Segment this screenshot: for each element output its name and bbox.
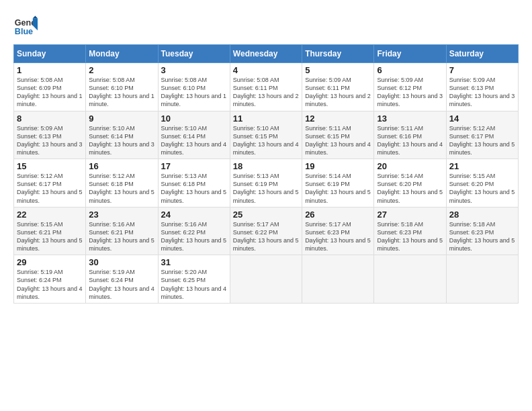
- calendar-day-cell: 1 Sunrise: 5:08 AMSunset: 6:09 PMDayligh…: [14, 63, 86, 111]
- empty-day-cell: [302, 255, 374, 304]
- day-number: 3: [161, 65, 227, 75]
- svg-marker-2: [33, 18, 38, 30]
- day-info: Sunrise: 5:09 AMSunset: 6:13 PMDaylight:…: [17, 124, 83, 157]
- day-number: 4: [233, 65, 299, 75]
- day-info: Sunrise: 5:08 AMSunset: 6:10 PMDaylight:…: [89, 76, 154, 109]
- day-number: 12: [305, 113, 371, 124]
- day-info: Sunrise: 5:16 AMSunset: 6:22 PMDaylight:…: [161, 220, 227, 253]
- day-number: 2: [89, 65, 154, 75]
- empty-day-cell: [230, 255, 302, 304]
- calendar-day-cell: 23 Sunrise: 5:16 AMSunset: 6:21 PMDaylig…: [86, 207, 158, 255]
- weekday-header-row: SundayMondayTuesdayWednesdayThursdayFrid…: [14, 45, 519, 63]
- calendar-week-row: 8 Sunrise: 5:09 AMSunset: 6:13 PMDayligh…: [14, 111, 519, 159]
- day-info: Sunrise: 5:17 AMSunset: 6:23 PMDaylight:…: [305, 220, 371, 253]
- weekday-header-monday: Monday: [86, 45, 158, 63]
- day-info: Sunrise: 5:15 AMSunset: 6:20 PMDaylight:…: [449, 172, 515, 205]
- calendar-day-cell: 7 Sunrise: 5:09 AMSunset: 6:13 PMDayligh…: [446, 63, 518, 111]
- weekday-header-tuesday: Tuesday: [158, 45, 230, 63]
- calendar-day-cell: 6 Sunrise: 5:09 AMSunset: 6:12 PMDayligh…: [374, 63, 446, 111]
- weekday-header-sunday: Sunday: [14, 45, 86, 63]
- page-header: General Blue: [13, 13, 519, 38]
- day-info: Sunrise: 5:17 AMSunset: 6:22 PMDaylight:…: [233, 220, 299, 253]
- day-info: Sunrise: 5:14 AMSunset: 6:20 PMDaylight:…: [377, 172, 443, 205]
- day-number: 13: [377, 113, 443, 124]
- weekday-header-wednesday: Wednesday: [230, 45, 302, 63]
- day-info: Sunrise: 5:09 AMSunset: 6:11 PMDaylight:…: [305, 76, 371, 109]
- weekday-header-friday: Friday: [374, 45, 446, 63]
- calendar-week-row: 29 Sunrise: 5:19 AMSunset: 6:24 PMDaylig…: [14, 255, 519, 304]
- svg-text:Blue: Blue: [15, 27, 33, 36]
- calendar-day-cell: 11 Sunrise: 5:10 AMSunset: 6:15 PMDaylig…: [230, 111, 302, 159]
- day-info: Sunrise: 5:12 AMSunset: 6:18 PMDaylight:…: [89, 172, 154, 205]
- day-info: Sunrise: 5:10 AMSunset: 6:15 PMDaylight:…: [233, 124, 299, 157]
- day-number: 22: [17, 210, 83, 220]
- day-number: 17: [161, 161, 227, 171]
- day-info: Sunrise: 5:11 AMSunset: 6:15 PMDaylight:…: [305, 124, 371, 157]
- calendar-day-cell: 28 Sunrise: 5:18 AMSunset: 6:23 PMDaylig…: [446, 207, 518, 255]
- calendar-day-cell: 9 Sunrise: 5:10 AMSunset: 6:14 PMDayligh…: [86, 111, 158, 159]
- weekday-header-thursday: Thursday: [302, 45, 374, 63]
- calendar-day-cell: 21 Sunrise: 5:15 AMSunset: 6:20 PMDaylig…: [446, 159, 518, 208]
- weekday-header-saturday: Saturday: [446, 45, 518, 63]
- day-info: Sunrise: 5:16 AMSunset: 6:21 PMDaylight:…: [89, 220, 154, 253]
- day-info: Sunrise: 5:09 AMSunset: 6:12 PMDaylight:…: [377, 76, 443, 109]
- calendar-week-row: 22 Sunrise: 5:15 AMSunset: 6:21 PMDaylig…: [14, 207, 519, 255]
- day-number: 29: [17, 257, 83, 267]
- day-number: 8: [17, 113, 83, 124]
- calendar-day-cell: 8 Sunrise: 5:09 AMSunset: 6:13 PMDayligh…: [14, 111, 86, 159]
- calendar-day-cell: 30 Sunrise: 5:19 AMSunset: 6:24 PMDaylig…: [86, 255, 158, 304]
- day-number: 14: [449, 113, 515, 124]
- day-number: 31: [161, 257, 227, 267]
- calendar-day-cell: 13 Sunrise: 5:11 AMSunset: 6:16 PMDaylig…: [374, 111, 446, 159]
- calendar-day-cell: 20 Sunrise: 5:14 AMSunset: 6:20 PMDaylig…: [374, 159, 446, 208]
- day-number: 16: [89, 161, 154, 171]
- calendar-day-cell: 4 Sunrise: 5:08 AMSunset: 6:11 PMDayligh…: [230, 63, 302, 111]
- day-number: 19: [305, 161, 371, 171]
- day-number: 23: [89, 210, 154, 220]
- day-info: Sunrise: 5:13 AMSunset: 6:18 PMDaylight:…: [161, 172, 227, 205]
- calendar-day-cell: 26 Sunrise: 5:17 AMSunset: 6:23 PMDaylig…: [302, 207, 374, 255]
- day-number: 27: [377, 210, 443, 220]
- day-info: Sunrise: 5:18 AMSunset: 6:23 PMDaylight:…: [377, 220, 443, 253]
- calendar-day-cell: 17 Sunrise: 5:13 AMSunset: 6:18 PMDaylig…: [158, 159, 230, 208]
- calendar-day-cell: 27 Sunrise: 5:18 AMSunset: 6:23 PMDaylig…: [374, 207, 446, 255]
- calendar-day-cell: 14 Sunrise: 5:12 AMSunset: 6:17 PMDaylig…: [446, 111, 518, 159]
- day-info: Sunrise: 5:08 AMSunset: 6:10 PMDaylight:…: [161, 76, 227, 109]
- day-info: Sunrise: 5:19 AMSunset: 6:24 PMDaylight:…: [89, 268, 154, 301]
- day-number: 28: [449, 210, 515, 220]
- day-info: Sunrise: 5:08 AMSunset: 6:11 PMDaylight:…: [233, 76, 299, 109]
- calendar-day-cell: 18 Sunrise: 5:13 AMSunset: 6:19 PMDaylig…: [230, 159, 302, 208]
- day-number: 26: [305, 210, 371, 220]
- day-info: Sunrise: 5:13 AMSunset: 6:19 PMDaylight:…: [233, 172, 299, 205]
- calendar-day-cell: 12 Sunrise: 5:11 AMSunset: 6:15 PMDaylig…: [302, 111, 374, 159]
- calendar-table: SundayMondayTuesdayWednesdayThursdayFrid…: [13, 44, 519, 304]
- day-number: 7: [449, 65, 515, 75]
- day-info: Sunrise: 5:08 AMSunset: 6:09 PMDaylight:…: [17, 76, 83, 109]
- day-info: Sunrise: 5:12 AMSunset: 6:17 PMDaylight:…: [17, 172, 83, 205]
- day-number: 24: [161, 210, 227, 220]
- day-number: 21: [449, 161, 515, 171]
- empty-day-cell: [446, 255, 518, 304]
- calendar-day-cell: 25 Sunrise: 5:17 AMSunset: 6:22 PMDaylig…: [230, 207, 302, 255]
- day-info: Sunrise: 5:18 AMSunset: 6:23 PMDaylight:…: [449, 220, 515, 253]
- empty-day-cell: [374, 255, 446, 304]
- svg-marker-3: [33, 16, 38, 19]
- day-info: Sunrise: 5:10 AMSunset: 6:14 PMDaylight:…: [161, 124, 227, 157]
- day-info: Sunrise: 5:09 AMSunset: 6:13 PMDaylight:…: [449, 76, 515, 109]
- day-number: 9: [89, 113, 154, 124]
- day-info: Sunrise: 5:14 AMSunset: 6:19 PMDaylight:…: [305, 172, 371, 205]
- day-number: 20: [377, 161, 443, 171]
- day-info: Sunrise: 5:10 AMSunset: 6:14 PMDaylight:…: [89, 124, 154, 157]
- day-number: 1: [17, 65, 83, 75]
- day-number: 11: [233, 113, 299, 124]
- day-number: 5: [305, 65, 371, 75]
- day-info: Sunrise: 5:15 AMSunset: 6:21 PMDaylight:…: [17, 220, 83, 253]
- calendar-day-cell: 2 Sunrise: 5:08 AMSunset: 6:10 PMDayligh…: [86, 63, 158, 111]
- day-info: Sunrise: 5:19 AMSunset: 6:24 PMDaylight:…: [17, 268, 83, 301]
- calendar-day-cell: 24 Sunrise: 5:16 AMSunset: 6:22 PMDaylig…: [158, 207, 230, 255]
- calendar-day-cell: 22 Sunrise: 5:15 AMSunset: 6:21 PMDaylig…: [14, 207, 86, 255]
- calendar-day-cell: 15 Sunrise: 5:12 AMSunset: 6:17 PMDaylig…: [14, 159, 86, 208]
- day-number: 10: [161, 113, 227, 124]
- calendar-day-cell: 5 Sunrise: 5:09 AMSunset: 6:11 PMDayligh…: [302, 63, 374, 111]
- logo-icon: General Blue: [13, 13, 38, 38]
